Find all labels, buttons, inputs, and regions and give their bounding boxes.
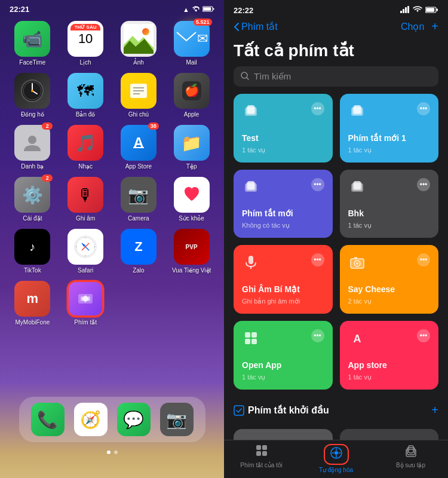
app-item-lich[interactable]: THỨ SÁU 10 Lịch — [63, 21, 109, 66]
svg-point-56 — [356, 262, 358, 265]
card-sub-3: 1 tác vụ — [348, 222, 431, 229]
app-item-anh[interactable]: Ảnh — [116, 21, 162, 66]
app-item-donghо[interactable]: Đồng hồ — [10, 73, 56, 118]
app-item-suckhoe[interactable]: Sức khỏe — [168, 177, 214, 222]
app-item-tiktok[interactable]: ♪ TikTok — [10, 229, 56, 274]
app-item-mymobi[interactable]: m MyMobiFone — [10, 281, 56, 326]
card-more-5[interactable]: ••• — [417, 253, 430, 266]
svg-rect-47 — [247, 181, 254, 189]
tab-active-highlight — [324, 444, 349, 465]
shortcut-card-saycheese[interactable]: ••• Say Cheese 2 tác vụ — [340, 245, 439, 314]
anh-icon — [121, 21, 157, 57]
status-bar-left: 22:21 ▲ — [0, 0, 224, 16]
pvp-label: Vua Tiếng Việt — [172, 267, 211, 274]
svg-rect-50 — [354, 181, 361, 189]
app-item-mail[interactable]: ✉ 5.521 Mail — [168, 21, 214, 66]
nav-plus-button[interactable]: + — [431, 20, 438, 33]
tab-automation-label: Tự động hóa — [319, 467, 353, 473]
dock-messages-icon: 💬 — [117, 403, 151, 436]
card-sub-1: 1 tác vụ — [348, 146, 431, 154]
svg-rect-41 — [247, 105, 254, 114]
ghiam-icon: 🎙 — [67, 177, 103, 213]
apple-label: Apple — [184, 111, 200, 118]
app-item-safari[interactable]: Safari — [63, 229, 109, 274]
card-more-6[interactable]: ••• — [311, 329, 324, 342]
app-item-tep[interactable]: 📁 Tệp — [168, 125, 214, 170]
apple-icon: 🍎 — [174, 73, 210, 109]
app-item-nhac[interactable]: 🎵 Nhạc — [63, 125, 109, 170]
dock-phone[interactable]: 📞 — [31, 403, 65, 436]
card-more-2[interactable]: ••• — [311, 178, 324, 191]
card-name-2: Phím tắt mới — [242, 209, 324, 218]
dock-camera[interactable]: 📷 — [160, 403, 194, 436]
nav-choose-button[interactable]: Chọn — [401, 21, 424, 32]
tab-bar: Phím tắt của tôi Tự động hóa Bộ sưu tập — [224, 440, 448, 478]
section-title-label: Phím tắt khởi đầu — [248, 405, 329, 416]
card-sub-4: Ghi bản ghi âm mới — [242, 298, 324, 305]
nhac-label: Nhạc — [78, 163, 93, 170]
tep-icon: 📁 — [174, 125, 210, 161]
status-right-icons — [400, 6, 438, 15]
phimtat-label: Phím tắt — [74, 319, 97, 326]
app-item-zalo[interactable]: Z Zalo — [116, 229, 162, 274]
ghiam-label: Ghi âm — [76, 215, 95, 222]
danba-badge: 2 — [42, 122, 53, 130]
facetime-label: FaceTime — [19, 59, 45, 66]
zalo-label: Zalo — [133, 267, 144, 274]
card-more-3[interactable]: ••• — [417, 178, 430, 191]
dock-messages[interactable]: 💬 — [117, 403, 151, 436]
shortcut-card-appstore[interactable]: A ••• App store 1 tác vụ — [340, 321, 439, 390]
tab-phimtat-mine[interactable]: Phím tắt của tôi — [224, 444, 299, 473]
nhac-icon: 🎵 — [67, 125, 103, 161]
app-item-phimtat[interactable]: Phím tắt — [63, 281, 109, 326]
danba-icon: 2 — [14, 125, 50, 161]
card-more-test[interactable]: ••• — [311, 102, 324, 115]
search-bar[interactable]: Tìm kiếm — [234, 66, 438, 87]
app-item-apple[interactable]: 🍎 Apple — [168, 73, 214, 118]
app-item-camera[interactable]: 📷 Camera — [116, 177, 162, 222]
shortcut-card-bhk[interactable]: ••• Bhk 1 tác vụ — [340, 170, 439, 238]
shortcut-card-openapp[interactable]: ••• Open App 1 tác vụ — [234, 321, 333, 390]
battery-icon — [202, 6, 214, 13]
shortcut-layers-icon-2 — [242, 178, 260, 196]
tab-bosuutap[interactable]: Bộ sưu tập — [373, 444, 448, 473]
nav-bar: Phím tắt Chọn + — [224, 17, 448, 38]
shortcut-card-test[interactable]: ••• Test 1 tác vụ — [234, 94, 333, 163]
caidat-icon: ⚙️ 2 — [14, 177, 50, 213]
svg-rect-63 — [234, 406, 244, 415]
app-item-facetime[interactable]: 📹 FaceTime — [10, 21, 56, 66]
app-item-bando[interactable]: 🗺 Bản đồ — [63, 73, 109, 118]
tab-collection-icon — [404, 444, 418, 460]
shortcut-card-ghiam[interactable]: ••• Ghi Âm Bí Mật Ghi bản ghi âm mới — [234, 245, 333, 314]
tab-tudoghoa[interactable]: Tự động hóa — [299, 444, 373, 473]
svg-line-38 — [247, 78, 248, 79]
svg-rect-2 — [203, 7, 211, 11]
page-dots — [107, 451, 118, 454]
app-item-ghiam[interactable]: 🎙 Ghi âm — [63, 177, 109, 222]
app-item-appstore[interactable]: A 38 App Store — [116, 125, 162, 170]
dock-phone-icon: 📞 — [31, 403, 65, 436]
zalo-icon: Z — [121, 229, 157, 265]
svg-rect-44 — [354, 105, 361, 114]
nav-back-label: Phím tắt — [241, 21, 278, 32]
card-more-1[interactable]: ••• — [417, 102, 430, 115]
dock-safari[interactable]: 🧭 — [74, 403, 108, 436]
left-panel: 22:21 ▲ 📹 FaceTime THỨ SÁU 10 Lị — [0, 0, 224, 478]
card-more-7[interactable]: ••• — [417, 329, 430, 342]
shortcut-card-phimtatmoi[interactable]: ••• Phím tắt mới Không có tác vụ — [234, 170, 333, 238]
app-item-pvp[interactable]: PVP Vua Tiếng Việt — [168, 229, 214, 274]
section-plus-button[interactable]: + — [431, 403, 438, 417]
nav-back-button[interactable]: Phím tắt — [234, 21, 278, 32]
app-item-caidat[interactable]: ⚙️ 2 Cài đặt — [10, 177, 56, 222]
status-icons-left: ▲ — [183, 6, 214, 13]
app-item-ghichu[interactable]: Ghi chú — [116, 73, 162, 118]
svg-rect-67 — [262, 451, 267, 456]
time-left: 22:21 — [10, 5, 29, 14]
danba-label: Danh bạ — [21, 163, 44, 170]
tab-collection-label: Bộ sưu tập — [396, 462, 425, 468]
app-item-danba[interactable]: 2 Danh bạ — [10, 125, 56, 170]
dock-safari-icon: 🧭 — [74, 403, 108, 436]
card-more-4[interactable]: ••• — [311, 253, 324, 266]
shortcut-card-phimtatmoi1[interactable]: ••• Phím tắt mới 1 1 tác vụ — [340, 94, 439, 163]
svg-rect-61 — [251, 339, 257, 344]
